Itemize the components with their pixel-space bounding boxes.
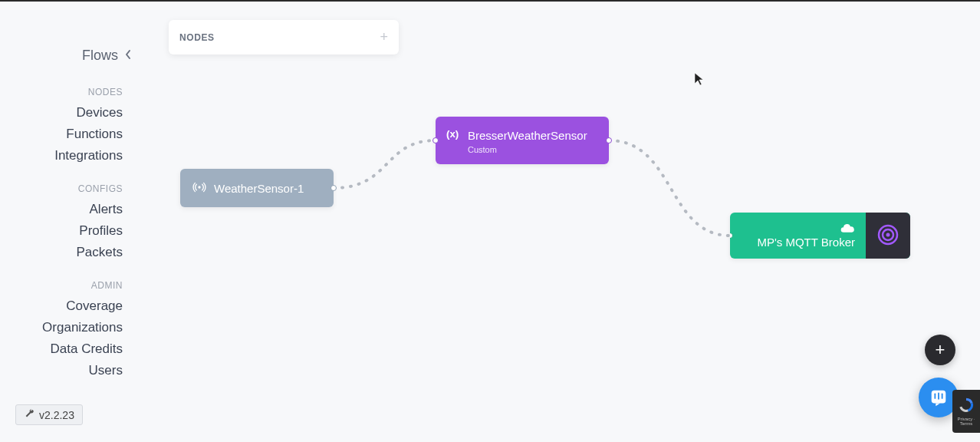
sidebar: Flows NODES Devices Functions Integratio… bbox=[0, 2, 138, 442]
sidebar-item-alerts[interactable]: Alerts bbox=[0, 199, 138, 220]
cursor-icon bbox=[694, 72, 705, 89]
node-subtype: Custom bbox=[468, 145, 497, 154]
sidebar-section-header: NODES bbox=[0, 87, 138, 97]
recaptcha-badge: Privacy · Terms bbox=[952, 390, 980, 433]
cloud-icon bbox=[840, 223, 855, 236]
wrench-icon bbox=[24, 408, 35, 421]
node-function-bresser[interactable]: (x) BresserWeatherSensor Custom bbox=[436, 117, 609, 164]
sidebar-item-profiles[interactable]: Profiles bbox=[0, 220, 138, 242]
node-input-port[interactable] bbox=[432, 137, 439, 143]
integration-badge bbox=[866, 213, 910, 259]
node-device-weathersensor[interactable]: WeatherSensor-1 bbox=[180, 169, 334, 207]
sidebar-item-functions[interactable]: Functions bbox=[0, 124, 138, 145]
sidebar-item-packets[interactable]: Packets bbox=[0, 242, 138, 263]
node-label: MP's MQTT Broker bbox=[757, 236, 855, 249]
sidebar-item-coverage[interactable]: Coverage bbox=[0, 295, 138, 317]
svg-rect-7 bbox=[938, 393, 939, 400]
sidebar-section-header: CONFIGS bbox=[0, 183, 138, 194]
sidebar-item-organizations[interactable]: Organizations bbox=[0, 317, 138, 338]
svg-text:(x): (x) bbox=[446, 128, 459, 140]
node-integration-mqtt[interactable]: MP's MQTT Broker bbox=[730, 213, 910, 259]
add-fab-button[interactable]: + bbox=[925, 335, 955, 365]
sidebar-item-users[interactable]: Users bbox=[0, 360, 138, 381]
add-node-button[interactable]: + bbox=[380, 29, 388, 45]
sidebar-item-data-credits[interactable]: Data Credits bbox=[0, 338, 138, 360]
version-text: v2.2.23 bbox=[39, 409, 74, 421]
target-icon bbox=[876, 223, 899, 249]
sidebar-item-integrations[interactable]: Integrations bbox=[0, 145, 138, 167]
nodes-panel-title: NODES bbox=[179, 32, 215, 43]
nodes-panel: NODES + bbox=[169, 20, 399, 54]
node-output-port[interactable] bbox=[331, 185, 337, 191]
version-badge[interactable]: v2.2.23 bbox=[15, 404, 83, 425]
node-label: WeatherSensor-1 bbox=[214, 182, 304, 195]
svg-rect-6 bbox=[934, 393, 936, 398]
sidebar-collapse[interactable]: Flows bbox=[0, 48, 138, 64]
node-output-port[interactable] bbox=[606, 137, 612, 143]
sidebar-section-header: ADMIN bbox=[0, 280, 138, 291]
chevron-left-icon bbox=[124, 49, 132, 63]
sidebar-item-devices[interactable]: Devices bbox=[0, 102, 138, 124]
flow-canvas[interactable]: NODES + WeatherSensor-1 (x) BresserWeath… bbox=[138, 2, 980, 442]
svg-point-0 bbox=[198, 186, 200, 188]
svg-point-4 bbox=[886, 233, 890, 236]
broadcast-icon bbox=[192, 180, 206, 196]
node-label: BresserWeatherSensor bbox=[468, 129, 587, 142]
sidebar-top-label: Flows bbox=[82, 48, 118, 64]
variable-icon: (x) bbox=[446, 127, 462, 143]
svg-rect-8 bbox=[942, 393, 943, 398]
recaptcha-text: Privacy · Terms bbox=[952, 417, 980, 426]
